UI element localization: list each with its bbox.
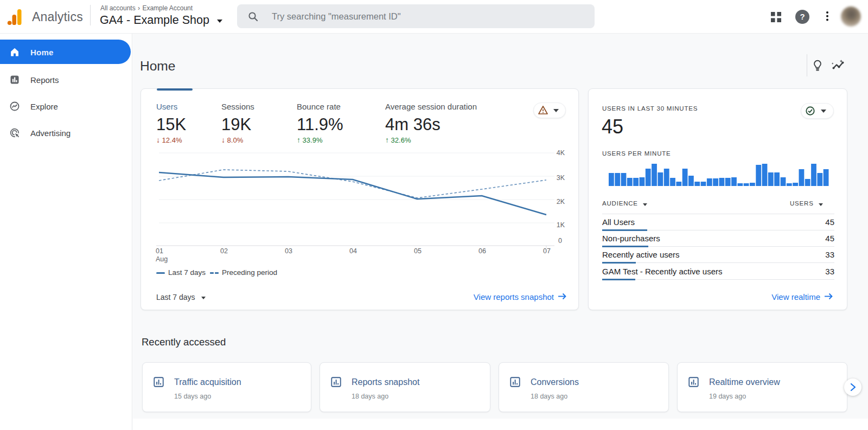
svg-text:05: 05 [414, 247, 422, 255]
svg-text:01: 01 [156, 247, 163, 255]
svg-text:02: 02 [220, 247, 228, 255]
svg-text:Aug: Aug [156, 255, 168, 263]
svg-text:2K: 2K [557, 198, 565, 206]
svg-text:4K: 4K [557, 149, 565, 157]
svg-text:06: 06 [478, 247, 486, 255]
svg-text:1K: 1K [557, 221, 565, 229]
svg-text:0: 0 [558, 237, 562, 245]
svg-text:3K: 3K [557, 174, 565, 182]
svg-text:03: 03 [285, 247, 292, 255]
svg-text:04: 04 [349, 247, 357, 255]
svg-text:07: 07 [543, 247, 551, 255]
